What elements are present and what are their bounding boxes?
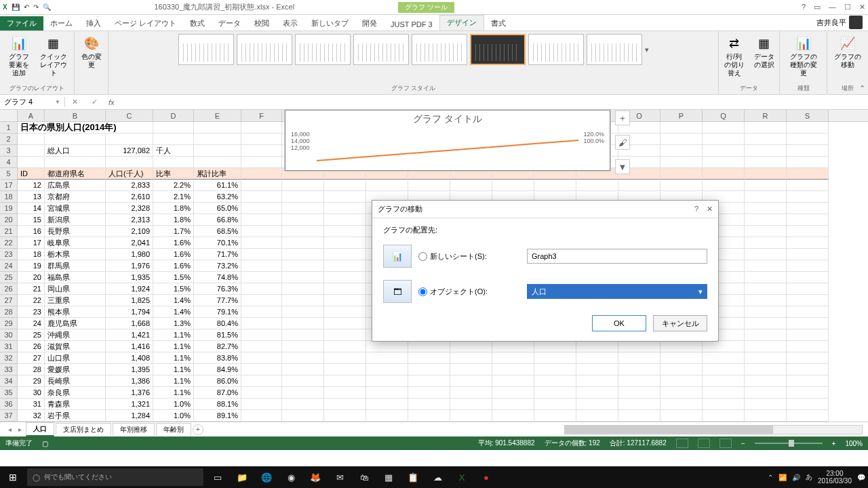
- cell[interactable]: 25: [18, 329, 45, 341]
- gallery-more-icon[interactable]: ▾: [645, 45, 649, 54]
- cell[interactable]: 73.2%: [194, 260, 241, 272]
- cell[interactable]: 13: [18, 191, 45, 203]
- cell[interactable]: [282, 318, 324, 329]
- row-header[interactable]: 2: [0, 134, 18, 145]
- cell[interactable]: [660, 122, 703, 134]
- cell[interactable]: [492, 399, 534, 410]
- cell[interactable]: 1.1%: [153, 329, 194, 341]
- cell[interactable]: 累計比率: [194, 168, 241, 180]
- cell[interactable]: 30: [18, 387, 45, 399]
- cell[interactable]: [745, 122, 787, 134]
- cell[interactable]: [534, 387, 576, 399]
- enter-formula-icon[interactable]: ✓: [85, 98, 104, 106]
- cell[interactable]: 1.1%: [153, 341, 194, 352]
- cell[interactable]: [366, 364, 408, 375]
- cell[interactable]: [241, 180, 282, 191]
- cell[interactable]: 岡山県: [45, 283, 106, 295]
- cell[interactable]: [576, 387, 618, 399]
- cell[interactable]: [787, 260, 829, 272]
- zoom-in-icon[interactable]: +: [832, 440, 836, 447]
- cell[interactable]: [241, 260, 282, 272]
- cell[interactable]: [745, 145, 787, 157]
- row-header[interactable]: 25: [0, 272, 18, 283]
- cell[interactable]: [787, 157, 829, 168]
- cell[interactable]: 84.9%: [194, 364, 241, 375]
- app-icon-1[interactable]: ▦: [378, 468, 399, 486]
- cell[interactable]: [324, 295, 366, 306]
- tab-data[interactable]: データ: [212, 16, 248, 30]
- cell[interactable]: [703, 387, 745, 399]
- cell[interactable]: 77.7%: [194, 295, 241, 306]
- cell[interactable]: [324, 399, 366, 410]
- cell[interactable]: [324, 272, 366, 283]
- tray-item-1[interactable]: 📶: [778, 474, 787, 481]
- row-header[interactable]: 18: [0, 191, 18, 203]
- cell[interactable]: 2,610: [106, 191, 153, 203]
- cell[interactable]: [745, 214, 787, 226]
- ribbon-options-icon[interactable]: ▭: [814, 3, 821, 12]
- cell[interactable]: [282, 191, 324, 203]
- cell[interactable]: [324, 214, 366, 226]
- cell[interactable]: [492, 352, 534, 364]
- cell[interactable]: [282, 364, 324, 375]
- cell[interactable]: [660, 168, 703, 180]
- column-header[interactable]: R: [745, 110, 787, 121]
- cell[interactable]: 68.5%: [194, 226, 241, 237]
- cell[interactable]: 2.2%: [153, 180, 194, 191]
- cell[interactable]: [534, 352, 576, 364]
- cell[interactable]: [18, 157, 45, 168]
- cell[interactable]: [366, 341, 408, 352]
- cell[interactable]: 1.0%: [153, 410, 194, 422]
- row-header[interactable]: 4: [0, 157, 18, 168]
- cell[interactable]: 1,376: [106, 387, 153, 399]
- cell[interactable]: 88.1%: [194, 399, 241, 410]
- cell[interactable]: [450, 352, 492, 364]
- cell[interactable]: [745, 283, 787, 295]
- cell[interactable]: [45, 157, 106, 168]
- cell[interactable]: 1,321: [106, 399, 153, 410]
- cell[interactable]: [45, 134, 106, 145]
- cell[interactable]: 2,313: [106, 214, 153, 226]
- add-chart-element-button[interactable]: 📊グラフ要素を追加: [4, 34, 34, 79]
- cell[interactable]: [745, 157, 787, 168]
- cell[interactable]: 81.5%: [194, 329, 241, 341]
- cell[interactable]: [703, 180, 745, 191]
- cell[interactable]: 三重県: [45, 295, 106, 306]
- column-header[interactable]: P: [660, 110, 703, 121]
- cell[interactable]: 18: [18, 249, 45, 260]
- tab-file[interactable]: ファイル: [0, 16, 43, 30]
- cell[interactable]: [241, 410, 282, 422]
- cell[interactable]: [703, 122, 745, 134]
- cell[interactable]: 1,924: [106, 283, 153, 295]
- maximize-icon[interactable]: ☐: [844, 3, 851, 12]
- cell[interactable]: [324, 387, 366, 399]
- cell[interactable]: 滋賀県: [45, 341, 106, 352]
- cell[interactable]: [618, 399, 660, 410]
- cell[interactable]: [534, 364, 576, 375]
- cell[interactable]: [492, 410, 534, 422]
- chart-style-5[interactable]: [412, 34, 467, 65]
- cell[interactable]: [324, 410, 366, 422]
- cell[interactable]: 1.8%: [153, 214, 194, 226]
- cell[interactable]: 21: [18, 283, 45, 295]
- cell[interactable]: [660, 410, 703, 422]
- cell[interactable]: [618, 410, 660, 422]
- cell[interactable]: [534, 410, 576, 422]
- cell[interactable]: [241, 341, 282, 352]
- cell[interactable]: [450, 410, 492, 422]
- cell[interactable]: [745, 329, 787, 341]
- cell[interactable]: 青森県: [45, 399, 106, 410]
- cell[interactable]: [660, 364, 703, 375]
- cell[interactable]: [324, 364, 366, 375]
- cell[interactable]: [534, 399, 576, 410]
- cell[interactable]: [194, 145, 241, 157]
- app-icon-3[interactable]: ☁: [427, 468, 448, 486]
- cell[interactable]: [787, 180, 829, 191]
- cell[interactable]: [787, 329, 829, 341]
- cell[interactable]: [282, 272, 324, 283]
- row-header[interactable]: 29: [0, 318, 18, 329]
- cell[interactable]: [366, 375, 408, 387]
- cell[interactable]: ID: [18, 168, 45, 180]
- cell[interactable]: 岩手県: [45, 410, 106, 422]
- cell[interactable]: 1.7%: [153, 226, 194, 237]
